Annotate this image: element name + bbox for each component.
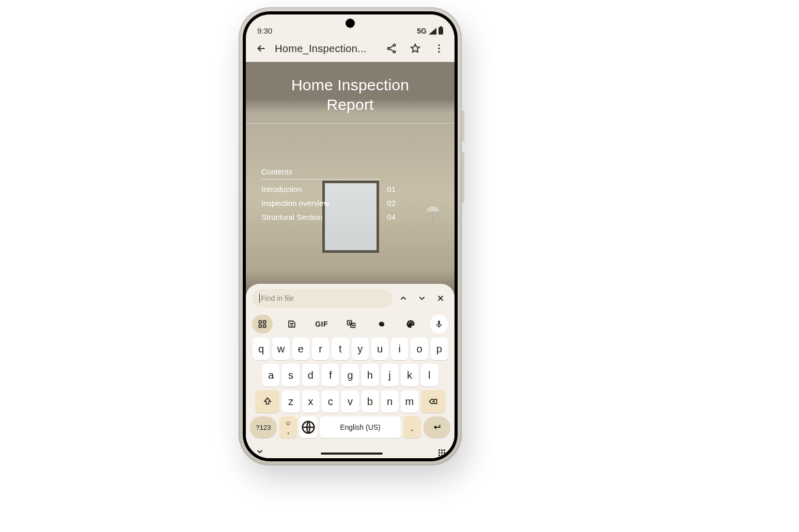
signal-icon bbox=[429, 28, 436, 35]
emoji-key[interactable]: ☺ , bbox=[279, 416, 297, 438]
kb-gif-icon[interactable]: GIF bbox=[311, 315, 332, 333]
file-title: Home_Inspection... bbox=[275, 43, 378, 55]
key-s[interactable]: s bbox=[282, 364, 299, 386]
contents-heading: Contents bbox=[261, 167, 380, 180]
key-r[interactable]: r bbox=[312, 337, 329, 360]
key-m[interactable]: m bbox=[401, 390, 418, 413]
key-y[interactable]: y bbox=[352, 337, 369, 360]
more-button[interactable] bbox=[429, 38, 449, 59]
document-view[interactable]: Home Inspection Report Contents Introduc… bbox=[246, 62, 455, 294]
period-key[interactable]: . bbox=[403, 416, 421, 438]
phone-frame: 9:30 5G Home_Inspection... bbox=[239, 7, 462, 465]
key-x[interactable]: x bbox=[302, 390, 319, 413]
key-h[interactable]: h bbox=[362, 364, 379, 386]
key-d[interactable]: d bbox=[302, 364, 319, 386]
screen: 9:30 5G Home_Inspection... bbox=[246, 14, 455, 458]
backspace-key[interactable] bbox=[421, 390, 445, 413]
svg-point-2 bbox=[393, 51, 395, 53]
key-p[interactable]: p bbox=[431, 337, 448, 360]
document-title: Home Inspection Report bbox=[246, 75, 455, 114]
find-bar: Find in file bbox=[246, 284, 455, 311]
key-g[interactable]: g bbox=[341, 364, 358, 386]
svg-point-5 bbox=[438, 51, 440, 53]
svg-point-3 bbox=[438, 44, 440, 46]
svg-point-4 bbox=[438, 47, 440, 49]
key-e[interactable]: e bbox=[292, 337, 309, 360]
svg-point-14 bbox=[408, 323, 409, 324]
svg-point-17 bbox=[412, 323, 413, 324]
key-u[interactable]: u bbox=[371, 337, 388, 360]
app-bar: Home_Inspection... bbox=[246, 35, 455, 62]
kb-translate-icon[interactable] bbox=[341, 315, 362, 333]
share-button[interactable] bbox=[381, 38, 402, 59]
key-v[interactable]: v bbox=[341, 390, 358, 413]
svg-point-11 bbox=[292, 323, 293, 324]
svg-point-10 bbox=[291, 323, 292, 324]
key-b[interactable]: b bbox=[362, 390, 379, 413]
key-q[interactable]: q bbox=[253, 337, 270, 360]
find-next-button[interactable] bbox=[414, 291, 430, 306]
svg-rect-9 bbox=[263, 325, 266, 328]
svg-rect-7 bbox=[263, 320, 266, 323]
find-close-button[interactable] bbox=[433, 291, 448, 306]
find-placeholder: Find in file bbox=[261, 294, 294, 302]
key-i[interactable]: i bbox=[391, 337, 408, 360]
key-f[interactable]: f bbox=[322, 364, 339, 386]
find-prev-button[interactable] bbox=[396, 291, 411, 306]
key-c[interactable]: c bbox=[322, 390, 339, 413]
key-l[interactable]: l bbox=[421, 364, 438, 386]
kb-palette-icon[interactable] bbox=[400, 315, 421, 333]
enter-key[interactable] bbox=[424, 416, 450, 438]
svg-point-0 bbox=[393, 44, 395, 46]
svg-point-1 bbox=[387, 47, 389, 50]
keyboard: GIF qwertyuiop asdfghjkl bbox=[246, 311, 455, 458]
svg-point-15 bbox=[409, 321, 410, 323]
shift-key[interactable] bbox=[255, 390, 279, 413]
status-time: 9:30 bbox=[257, 26, 272, 35]
key-n[interactable]: n bbox=[381, 390, 398, 413]
key-a[interactable]: a bbox=[262, 364, 279, 386]
language-key[interactable] bbox=[300, 416, 317, 438]
front-camera bbox=[346, 19, 355, 28]
toc-row: Structural Section04 bbox=[261, 213, 396, 221]
toc-row: Introduction01 bbox=[261, 185, 396, 194]
kb-settings-icon[interactable] bbox=[370, 315, 391, 333]
star-button[interactable] bbox=[405, 38, 426, 59]
svg-rect-8 bbox=[259, 325, 261, 328]
key-t[interactable]: t bbox=[332, 337, 349, 360]
svg-point-16 bbox=[411, 321, 412, 323]
kb-apps-icon[interactable] bbox=[252, 315, 273, 333]
key-j[interactable]: j bbox=[381, 364, 398, 386]
key-k[interactable]: k bbox=[401, 364, 418, 386]
kb-sticker-icon[interactable] bbox=[281, 315, 302, 333]
home-indicator[interactable] bbox=[321, 453, 383, 455]
symbols-key[interactable]: ?123 bbox=[250, 416, 277, 438]
battery-icon bbox=[438, 27, 443, 35]
toc-row: Inspection overview02 bbox=[261, 199, 396, 207]
svg-rect-6 bbox=[259, 320, 261, 323]
key-z[interactable]: z bbox=[282, 390, 299, 413]
status-network: 5G bbox=[417, 27, 427, 35]
space-key[interactable]: English (US) bbox=[320, 416, 401, 438]
find-input[interactable]: Find in file bbox=[252, 289, 393, 308]
kb-mic-icon[interactable] bbox=[430, 315, 448, 333]
back-button[interactable] bbox=[251, 38, 272, 59]
key-w[interactable]: w bbox=[272, 337, 289, 360]
key-o[interactable]: o bbox=[411, 337, 428, 360]
svg-rect-18 bbox=[438, 320, 440, 325]
